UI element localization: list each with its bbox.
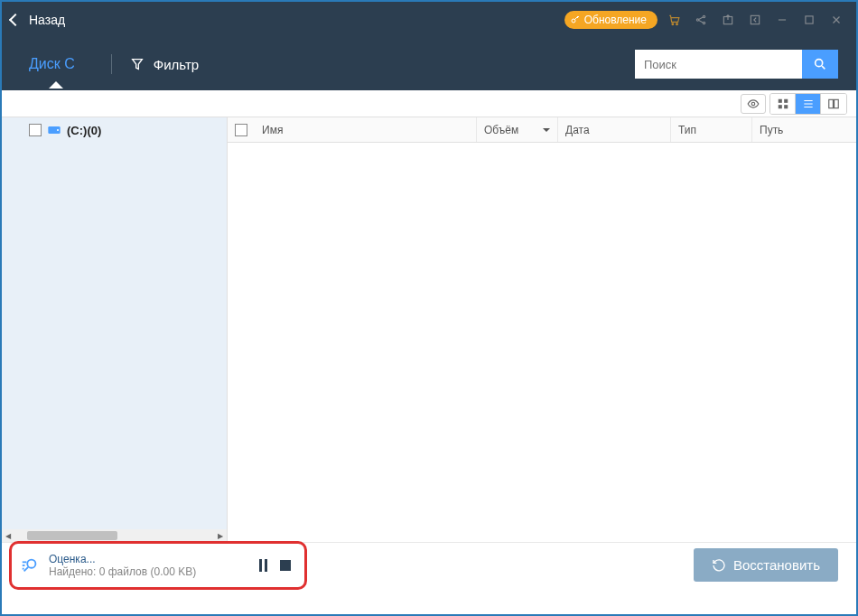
view-mode-group [769, 93, 847, 115]
svg-point-26 [27, 559, 35, 567]
svg-rect-16 [784, 98, 788, 102]
tree-label: (C:)(0) [67, 124, 101, 137]
restore-button[interactable]: Восстановить [694, 548, 838, 582]
svg-line-27 [24, 566, 29, 571]
detail-view-button[interactable] [821, 94, 846, 114]
svg-rect-9 [806, 16, 813, 23]
svg-point-12 [816, 60, 823, 67]
list-view-button[interactable] [796, 94, 821, 114]
pause-button[interactable] [259, 559, 267, 572]
stop-button[interactable] [280, 559, 291, 572]
scroll-right-arrow[interactable]: ▶ [214, 529, 227, 542]
tree-item-disk-c[interactable]: (C:)(0) [2, 117, 227, 143]
cart-button[interactable] [663, 9, 685, 31]
preview-toggle[interactable] [741, 94, 766, 114]
back-window-button[interactable] [744, 9, 766, 31]
maximize-icon [803, 14, 816, 26]
back-window-icon [749, 14, 761, 26]
col-name[interactable]: Имя [255, 117, 477, 142]
share-button[interactable] [690, 9, 712, 31]
cart-icon [667, 14, 680, 26]
svg-point-14 [751, 102, 755, 106]
search-button[interactable] [802, 50, 838, 79]
svg-point-3 [696, 19, 698, 21]
grid-icon [777, 98, 789, 110]
svg-point-5 [703, 22, 704, 23]
scan-icon [20, 555, 40, 575]
col-size-label: Объём [484, 124, 518, 136]
list-icon [802, 98, 815, 110]
titlebar-actions: Обновление [564, 9, 847, 31]
svg-rect-15 [778, 98, 781, 102]
search-input[interactable] [635, 50, 802, 79]
main-content: (C:)(0) ◀ ▶ Имя Объём Дата Тип Путь [2, 117, 856, 542]
footer: Оценка... Найдено: 0 файлов (0.00 KB) Во… [2, 542, 856, 587]
filter-button[interactable]: Фильтр [130, 57, 199, 72]
scroll-left-arrow[interactable]: ◀ [2, 529, 14, 542]
eye-icon [747, 98, 760, 110]
list-area: Имя Объём Дата Тип Путь [228, 117, 856, 542]
tree-checkbox[interactable] [29, 124, 42, 136]
col-size[interactable]: Объём [477, 117, 558, 142]
sidebar-scrollbar[interactable]: ◀ ▶ [2, 529, 227, 542]
scan-info: Оценка... Найдено: 0 файлов (0.00 KB) [49, 553, 196, 578]
close-icon [830, 14, 843, 26]
maximize-button[interactable] [798, 9, 820, 31]
search-area [635, 50, 838, 79]
share-icon [695, 14, 707, 26]
tab-disk-c[interactable]: Диск С [20, 56, 93, 72]
update-label: Обновление [584, 14, 647, 26]
close-button[interactable] [825, 9, 847, 31]
toolbar: Диск С Фильтр [2, 38, 856, 90]
minimize-button[interactable] [771, 9, 793, 31]
svg-rect-7 [751, 15, 759, 23]
view-toolbar [2, 90, 856, 117]
svg-line-13 [822, 66, 825, 69]
stop-icon [280, 560, 291, 571]
key-icon [570, 14, 581, 25]
col-checkbox[interactable] [228, 117, 255, 142]
svg-rect-18 [784, 105, 788, 108]
scan-subtitle: Найдено: 0 файлов (0.00 KB) [49, 565, 196, 578]
svg-point-4 [703, 15, 704, 17]
svg-point-2 [676, 23, 678, 25]
svg-point-25 [57, 129, 59, 131]
minimize-icon [776, 14, 788, 26]
col-date[interactable]: Дата [558, 117, 671, 142]
back-button[interactable]: Назад [11, 13, 65, 27]
sidebar: (C:)(0) ◀ ▶ [2, 117, 228, 542]
disk-icon [47, 123, 61, 137]
grid-view-button[interactable] [770, 94, 796, 114]
back-label: Назад [29, 13, 65, 27]
scan-title: Оценка... [49, 553, 196, 565]
scan-controls [259, 559, 291, 572]
update-button[interactable]: Обновление [564, 11, 657, 29]
restore-label: Восстановить [733, 557, 820, 573]
restore-icon [712, 558, 726, 573]
export-button[interactable] [717, 9, 739, 31]
chevron-left-icon [9, 14, 22, 26]
svg-rect-23 [835, 99, 839, 107]
svg-rect-17 [778, 105, 781, 108]
divider [111, 54, 112, 74]
search-icon [813, 57, 827, 71]
export-icon [722, 14, 734, 26]
list-header: Имя Объём Дата Тип Путь [228, 117, 856, 143]
svg-point-1 [672, 23, 674, 25]
col-type[interactable]: Тип [671, 117, 752, 142]
header-checkbox[interactable] [235, 124, 247, 136]
col-path[interactable]: Путь [752, 117, 856, 142]
pause-icon [259, 559, 267, 572]
filter-label: Фильтр [154, 57, 199, 72]
scan-status: Оценка... Найдено: 0 файлов (0.00 KB) [20, 553, 196, 578]
filter-icon [130, 57, 145, 71]
detail-icon [827, 98, 840, 110]
scroll-thumb[interactable] [27, 531, 117, 540]
sort-arrow-icon [543, 128, 550, 132]
svg-rect-22 [829, 99, 834, 107]
titlebar: Назад Обновление [2, 2, 856, 38]
